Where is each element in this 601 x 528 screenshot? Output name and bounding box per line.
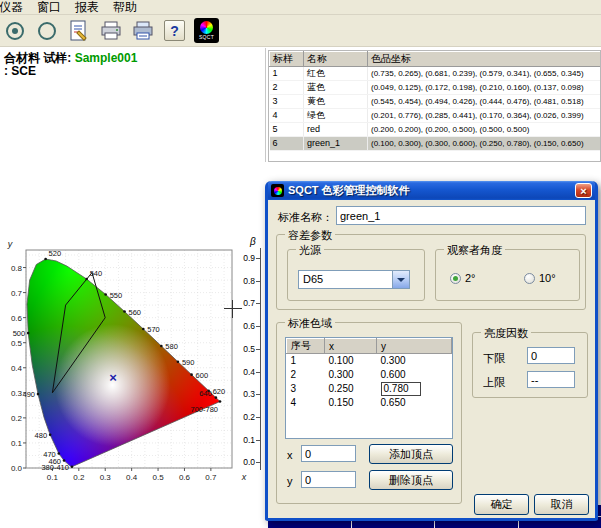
add-vertex-button[interactable]: 添加顶点 xyxy=(369,444,453,464)
beta-tick-label: 0.8 xyxy=(236,276,255,286)
table-row[interactable]: 1红色(0.735, 0.265), (0.681, 0.239), (0.57… xyxy=(270,67,601,81)
standards-table: 标样 名称 色品坐标 1红色(0.735, 0.265), (0.681, 0.… xyxy=(268,50,601,162)
column-header-standard[interactable]: 标样 xyxy=(270,52,304,67)
material-label: 合材料 xyxy=(4,51,40,65)
luminance-group: 亮度因数 下限 上限 xyxy=(472,332,588,398)
radio-icon xyxy=(524,273,535,284)
sample-name: Sample001 xyxy=(75,51,138,65)
table-row[interactable]: 2蓝色(0.049, 0.125), (0.172, 0.198), (0.21… xyxy=(270,81,601,95)
print-icon[interactable] xyxy=(98,18,123,44)
svg-text:0.7: 0.7 xyxy=(205,473,217,482)
table-row[interactable]: 3黄色(0.545, 0.454), (0.494, 0.426), (0.44… xyxy=(270,95,601,109)
standard-name: 绿色 xyxy=(304,109,368,123)
standard-name-label: 标准名称： xyxy=(278,210,333,225)
observer-2deg-radio[interactable]: 2° xyxy=(450,272,476,284)
standard-id: 2 xyxy=(270,81,304,95)
upper-limit-label: 上限 xyxy=(483,375,505,390)
svg-text:490: 490 xyxy=(22,390,35,399)
standard-name: 黄色 xyxy=(304,95,368,109)
menu-item-window[interactable]: 窗口 xyxy=(30,0,68,14)
menu-item-instrument[interactable]: 仪器 xyxy=(0,0,30,14)
svg-text:590: 590 xyxy=(182,358,195,367)
svg-text:0.4: 0.4 xyxy=(126,473,138,482)
beta-axis-line xyxy=(260,248,261,470)
column-header-name[interactable]: 名称 xyxy=(304,52,368,67)
standard-coords: (0.545, 0.454), (0.494, 0.426), (0.444, … xyxy=(368,95,601,109)
vertex-x: 0.100 xyxy=(325,354,377,369)
vertex-row[interactable]: 30.2500.780 xyxy=(287,382,452,396)
table-row[interactable]: 5red(0.200, 0.200), (0.200, 0.500), (0.5… xyxy=(270,123,601,137)
svg-text:0.5: 0.5 xyxy=(152,473,164,482)
tolerance-group: 容差参数 光源 D65 观察者角度 2° xyxy=(276,234,586,310)
svg-text:0.1: 0.1 xyxy=(11,439,23,448)
beta-tick-label: 0.9 xyxy=(236,253,255,263)
standard-coords: (0.049, 0.125), (0.172, 0.198), (0.210, … xyxy=(368,81,601,95)
light-source-select[interactable]: D65 xyxy=(298,270,410,289)
vertex-header-x[interactable]: x xyxy=(325,339,377,354)
menu-item-help[interactable]: 帮助 xyxy=(106,0,144,14)
vertex-table: 序号 x y 10.1000.30020.3000.60030.2500.780… xyxy=(285,337,453,439)
print-preview-icon[interactable] xyxy=(130,18,155,44)
vertex-row[interactable]: 40.1500.650 xyxy=(287,396,452,410)
vertex-row[interactable]: 20.3000.600 xyxy=(287,368,452,382)
standard-name-input[interactable] xyxy=(336,206,586,225)
svg-text:380-410: 380-410 xyxy=(41,463,69,472)
standard-coords: (0.100, 0.300), (0.300, 0.600), (0.250, … xyxy=(368,137,601,151)
chevron-down-icon[interactable] xyxy=(392,271,409,288)
observer-10deg-radio[interactable]: 10° xyxy=(524,272,556,284)
delete-vertex-button[interactable]: 删除顶点 xyxy=(369,470,453,490)
x-coord-input[interactable] xyxy=(301,445,356,462)
vertex-header-seq[interactable]: 序号 xyxy=(287,339,325,354)
y-coord-label: y xyxy=(287,475,293,487)
observer-2deg-label: 2° xyxy=(465,272,476,284)
observer-10deg-label: 10° xyxy=(539,272,556,284)
svg-text:580: 580 xyxy=(165,342,178,351)
vertex-seq: 4 xyxy=(287,396,325,410)
svg-text:0.6: 0.6 xyxy=(11,314,23,323)
svg-text:600: 600 xyxy=(196,371,209,380)
table-row[interactable]: 6green_1(0.100, 0.300), (0.300, 0.600), … xyxy=(270,137,601,151)
vertex-seq: 1 xyxy=(287,354,325,369)
light-source-value: D65 xyxy=(299,271,392,288)
ok-button[interactable]: 确定 xyxy=(474,494,529,515)
vertex-header-y[interactable]: y xyxy=(377,339,452,354)
sqct-logo-label: SQCT xyxy=(199,34,214,40)
sqct-logo-icon[interactable]: SQCT xyxy=(194,18,219,44)
dialog-title-bar[interactable]: SQCT 色彩管理控制软件 xyxy=(268,181,595,200)
mode-label: : SCE xyxy=(4,64,36,78)
svg-text:560: 560 xyxy=(129,308,142,317)
vertex-row[interactable]: 10.1000.300 xyxy=(287,354,452,369)
vertex-x: 0.150 xyxy=(325,396,377,410)
report-icon[interactable] xyxy=(66,18,91,44)
vertex-y: 0.600 xyxy=(377,368,452,382)
x-coord-label: x xyxy=(287,449,293,461)
cie-chromaticity-chart[interactable]: 0.10.20.30.40.50.60.70.80.70.60.50.40.30… xyxy=(0,236,262,494)
target-icon[interactable] xyxy=(2,18,27,44)
beta-axis-label: β xyxy=(250,236,256,247)
beta-axis: β 0.90.80.70.60.50.40.30.20.10.0 xyxy=(236,236,266,488)
standard-coords: (0.200, 0.200), (0.200, 0.500), (0.500, … xyxy=(368,123,601,137)
svg-text:0.5: 0.5 xyxy=(11,339,23,348)
help-icon[interactable] xyxy=(162,18,187,44)
svg-text:500: 500 xyxy=(13,329,26,338)
standard-coords: (0.201, 0.776), (0.285, 0.441), (0.170, … xyxy=(368,109,601,123)
upper-limit-input[interactable] xyxy=(527,371,575,388)
beta-tick-label: 0.2 xyxy=(236,412,255,422)
close-icon[interactable] xyxy=(575,183,592,198)
cell-editor[interactable]: 0.780 xyxy=(381,382,421,396)
svg-text:0.7: 0.7 xyxy=(11,289,23,298)
circle-icon[interactable] xyxy=(34,18,59,44)
standard-id: 3 xyxy=(270,95,304,109)
lower-limit-input[interactable] xyxy=(527,347,575,364)
vertex-seq: 2 xyxy=(287,368,325,382)
light-source-group: 光源 D65 xyxy=(287,249,425,301)
table-row[interactable]: 4绿色(0.201, 0.776), (0.285, 0.441), (0.17… xyxy=(270,109,601,123)
svg-text:620: 620 xyxy=(213,387,226,396)
cancel-button[interactable]: 取消 xyxy=(534,494,589,515)
y-coord-input[interactable] xyxy=(301,471,356,488)
menu-item-report[interactable]: 报表 xyxy=(68,0,106,14)
standard-name: 蓝色 xyxy=(304,81,368,95)
standard-name: 红色 xyxy=(304,67,368,81)
svg-text:700-780: 700-780 xyxy=(191,405,219,414)
column-header-coords[interactable]: 色品坐标 xyxy=(368,52,601,67)
